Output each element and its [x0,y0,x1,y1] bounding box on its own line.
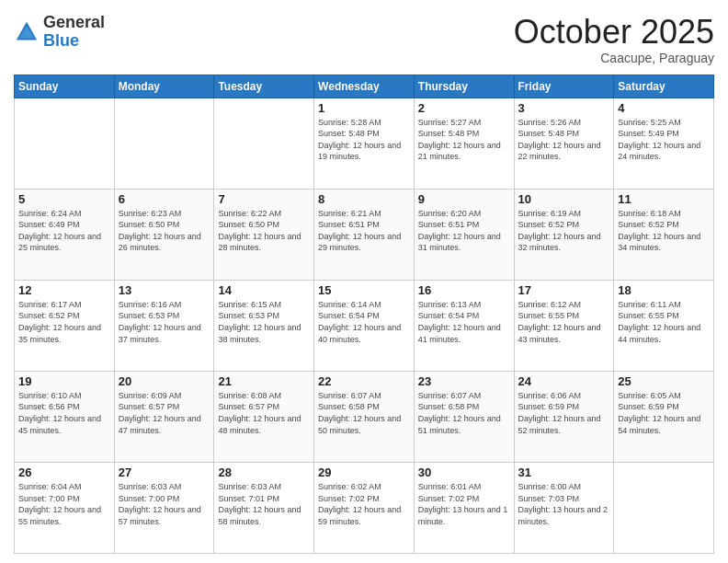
day-info: Sunrise: 6:14 AM [318,299,410,311]
day-info: Daylight: 12 hours and 35 minutes. [18,322,110,345]
day-info: Sunrise: 5:27 AM [418,117,510,129]
day-info: Sunrise: 6:15 AM [218,299,310,311]
table-row: 13Sunrise: 6:16 AMSunset: 6:53 PMDayligh… [114,280,214,371]
calendar-table: Sunday Monday Tuesday Wednesday Thursday… [14,75,714,554]
day-number: 17 [518,283,610,297]
logo-general: General [43,14,105,32]
table-row [614,462,714,553]
day-info: Sunset: 7:00 PM [18,493,110,505]
table-row: 31Sunrise: 6:00 AMSunset: 7:03 PMDayligh… [514,462,614,553]
logo-blue: Blue [43,32,105,51]
table-row: 16Sunrise: 6:13 AMSunset: 6:54 PMDayligh… [414,280,514,371]
day-info: Daylight: 12 hours and 40 minutes. [318,322,410,345]
table-row [214,98,314,189]
calendar-week-1: 1Sunrise: 5:28 AMSunset: 5:48 PMDaylight… [15,98,714,189]
day-info: Sunrise: 6:07 AM [418,390,510,402]
day-info: Daylight: 13 hours and 1 minute. [418,504,510,527]
day-number: 20 [119,374,210,388]
day-info: Daylight: 12 hours and 44 minutes. [618,322,710,345]
col-wednesday: Wednesday [314,75,415,98]
day-info: Sunset: 5:48 PM [518,128,610,140]
table-row: 8Sunrise: 6:21 AMSunset: 6:51 PMDaylight… [314,189,415,280]
day-info: Sunrise: 5:28 AM [318,117,410,129]
day-info: Sunset: 6:50 PM [218,219,310,231]
table-row: 15Sunrise: 6:14 AMSunset: 6:54 PMDayligh… [314,280,415,371]
day-info: Sunrise: 6:01 AM [418,481,510,493]
day-number: 31 [518,465,610,479]
day-info: Sunrise: 6:05 AM [618,390,710,402]
col-monday: Monday [114,75,214,98]
day-info: Sunrise: 6:12 AM [518,299,610,311]
day-info: Sunrise: 6:10 AM [18,390,110,402]
day-info: Daylight: 12 hours and 50 minutes. [318,413,410,436]
day-info: Sunset: 6:49 PM [18,219,110,231]
day-info: Sunset: 7:01 PM [218,493,310,505]
day-info: Sunrise: 6:16 AM [119,299,210,311]
day-number: 28 [218,465,310,479]
table-row: 4Sunrise: 5:25 AMSunset: 5:49 PMDaylight… [614,98,714,189]
day-number: 16 [418,283,510,297]
table-row: 24Sunrise: 6:06 AMSunset: 6:59 PMDayligh… [514,371,614,462]
day-info: Daylight: 12 hours and 24 minutes. [618,140,710,163]
day-info: Sunrise: 6:23 AM [119,208,210,220]
day-info: Sunset: 5:48 PM [418,128,510,140]
table-row [15,98,115,189]
day-info: Daylight: 12 hours and 52 minutes. [518,413,610,436]
page: General Blue October 2025 Caacupe, Parag… [0,0,728,563]
day-info: Sunset: 7:02 PM [318,493,410,505]
day-info: Sunset: 6:53 PM [119,310,210,322]
day-info: Sunset: 6:53 PM [218,310,310,322]
day-number: 3 [518,101,610,115]
logo: General Blue [14,14,105,51]
day-number: 12 [18,283,110,297]
day-info: Sunset: 6:58 PM [418,401,510,413]
day-info: Sunset: 6:50 PM [119,219,210,231]
day-info: Sunset: 6:54 PM [318,310,410,322]
day-info: Sunset: 5:48 PM [318,128,410,140]
day-info: Daylight: 12 hours and 21 minutes. [418,140,510,163]
day-info: Daylight: 12 hours and 47 minutes. [119,413,210,436]
day-info: Sunset: 5:49 PM [618,128,710,140]
day-info: Sunrise: 6:22 AM [218,208,310,220]
day-info: Sunset: 6:58 PM [318,401,410,413]
day-info: Daylight: 12 hours and 48 minutes. [218,413,310,436]
table-row: 20Sunrise: 6:09 AMSunset: 6:57 PMDayligh… [114,371,214,462]
table-row: 30Sunrise: 6:01 AMSunset: 7:02 PMDayligh… [414,462,514,553]
day-number: 6 [119,192,210,206]
day-number: 21 [218,374,310,388]
day-info: Daylight: 12 hours and 19 minutes. [318,140,410,163]
table-row: 22Sunrise: 6:07 AMSunset: 6:58 PMDayligh… [314,371,415,462]
day-number: 14 [218,283,310,297]
day-info: Sunrise: 6:13 AM [418,299,510,311]
day-info: Daylight: 12 hours and 38 minutes. [218,322,310,345]
table-row: 10Sunrise: 6:19 AMSunset: 6:52 PMDayligh… [514,189,614,280]
day-number: 7 [218,192,310,206]
table-row: 2Sunrise: 5:27 AMSunset: 5:48 PMDaylight… [414,98,514,189]
table-row [114,98,214,189]
day-info: Daylight: 12 hours and 34 minutes. [618,231,710,254]
day-info: Sunset: 6:54 PM [418,310,510,322]
logo-text: General Blue [43,14,105,51]
day-info: Sunrise: 6:20 AM [418,208,510,220]
day-number: 10 [518,192,610,206]
day-info: Sunset: 7:02 PM [418,493,510,505]
day-info: Sunset: 6:59 PM [518,401,610,413]
table-row: 14Sunrise: 6:15 AMSunset: 6:53 PMDayligh… [214,280,314,371]
table-row: 21Sunrise: 6:08 AMSunset: 6:57 PMDayligh… [214,371,314,462]
day-info: Daylight: 12 hours and 32 minutes. [518,231,610,254]
day-number: 30 [418,465,510,479]
calendar-week-5: 26Sunrise: 6:04 AMSunset: 7:00 PMDayligh… [15,462,714,553]
day-info: Sunrise: 5:25 AM [618,117,710,129]
day-number: 23 [418,374,510,388]
day-number: 24 [518,374,610,388]
day-number: 1 [318,101,410,115]
day-number: 27 [119,465,210,479]
day-number: 25 [618,374,710,388]
day-info: Sunrise: 6:11 AM [618,299,710,311]
day-number: 29 [318,465,410,479]
table-row: 18Sunrise: 6:11 AMSunset: 6:55 PMDayligh… [614,280,714,371]
day-info: Sunset: 6:56 PM [18,401,110,413]
day-info: Daylight: 12 hours and 28 minutes. [218,231,310,254]
day-info: Sunrise: 6:09 AM [119,390,210,402]
day-info: Sunset: 6:52 PM [518,219,610,231]
